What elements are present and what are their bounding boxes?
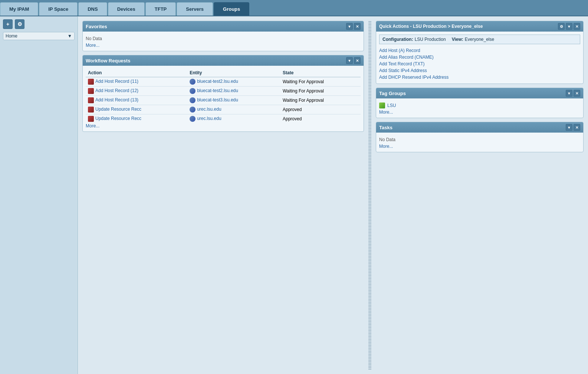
- qa-action-item: Add Static IPv4 Address: [379, 67, 580, 74]
- tag-groups-title: Tag Groups: [379, 91, 406, 96]
- workflow-action-link[interactable]: Add Host Record (13): [95, 97, 138, 103]
- action-icon: [88, 88, 94, 94]
- workflow-entity-link[interactable]: urec.lsu.edu: [197, 116, 221, 121]
- qa-action-link-3[interactable]: Add Static IPv4 Address: [379, 68, 427, 73]
- tag-group-item: LSU: [379, 101, 580, 110]
- workflow-row: Update Resource Reccurec.lsu.eduApproved: [86, 105, 361, 114]
- workflow-entity-link[interactable]: bluecat-test3.lsu.edu: [197, 97, 238, 103]
- tag-groups-list: LSU: [379, 101, 580, 110]
- main-layout: + ⚙ Home ▼ Favorites ▼ ✕ No Data: [0, 16, 588, 374]
- action-icon: [88, 79, 94, 85]
- add-widget-button[interactable]: +: [3, 19, 13, 29]
- workflow-collapse-button[interactable]: ▼: [346, 57, 353, 64]
- workflow-action-link[interactable]: Update Resource Recc: [95, 107, 141, 112]
- tasks-collapse-button[interactable]: ▼: [566, 124, 572, 131]
- workflow-entity-link[interactable]: bluecat-test2.lsu.edu: [197, 79, 238, 84]
- workflow-action-link[interactable]: Add Host Record (11): [95, 79, 138, 84]
- qa-config-label: Configuration:: [382, 37, 413, 42]
- workflow-title: Workflow Requests: [86, 58, 130, 64]
- tag-groups-header: Tag Groups ▼ ✕: [376, 88, 583, 98]
- home-dropdown[interactable]: Home ▼: [3, 32, 75, 40]
- workflow-state-cell: Waiting For Approval: [280, 87, 361, 96]
- tab-devices[interactable]: Devices: [108, 2, 145, 16]
- qa-action-link-0[interactable]: Add Host (A) Record: [379, 48, 420, 53]
- workflow-action-cell: Add Host Record (12): [86, 87, 187, 96]
- tasks-title: Tasks: [379, 125, 392, 130]
- qa-action-item: Add Alias Record (CNAME): [379, 54, 580, 61]
- tag-group-label[interactable]: LSU: [387, 103, 396, 108]
- workflow-action-cell: Update Resource Recc: [86, 114, 187, 124]
- workflow-entity-link[interactable]: bluecat-test2.lsu.edu: [197, 88, 238, 93]
- favorites-close-button[interactable]: ✕: [354, 23, 361, 30]
- workflow-action-cell: Add Host Record (11): [86, 77, 187, 87]
- col-entity: Entity: [187, 69, 280, 77]
- tab-my-ipam[interactable]: My IPAM: [0, 2, 38, 16]
- quick-actions-collapse-button[interactable]: ▼: [566, 23, 572, 30]
- tag-groups-more-link[interactable]: More...: [379, 110, 393, 115]
- workflow-entity-cell: bluecat-test2.lsu.edu: [187, 77, 280, 87]
- workflow-close-button[interactable]: ✕: [354, 57, 361, 64]
- qa-view-label: View:: [452, 37, 463, 42]
- quick-actions-header: Quick Actions - LSU Production > Everyon…: [376, 21, 583, 32]
- action-icon: [88, 107, 94, 113]
- workflow-controls: ▼ ✕: [346, 57, 361, 64]
- favorites-panel-header: Favorites ▼ ✕: [83, 21, 364, 32]
- workflow-entity-cell: urec.lsu.edu: [187, 105, 280, 114]
- tag-groups-close-button[interactable]: ✕: [574, 90, 580, 97]
- favorites-panel: Favorites ▼ ✕ No Data More...: [82, 21, 364, 51]
- entity-icon: [190, 107, 196, 113]
- quick-actions-title: Quick Actions - LSU Production > Everyon…: [379, 24, 483, 29]
- tab-dns[interactable]: DNS: [78, 2, 107, 16]
- qa-action-item: Add DHCP Reserved IPv4 Address: [379, 74, 580, 81]
- tab-tftp[interactable]: TFTP: [145, 2, 176, 16]
- workflow-state-cell: Approved: [280, 114, 361, 124]
- favorites-no-data: No Data: [86, 35, 361, 43]
- qa-action-item: Add Text Record (TXT): [379, 61, 580, 67]
- workflow-state-cell: Approved: [280, 105, 361, 114]
- workflow-entity-cell: urec.lsu.edu: [187, 114, 280, 124]
- settings-button[interactable]: ⚙: [15, 19, 24, 29]
- tag-icon: [379, 103, 385, 108]
- chevron-down-icon: ▼: [68, 33, 72, 39]
- qa-action-link-1[interactable]: Add Alias Record (CNAME): [379, 55, 434, 60]
- quick-actions-controls: ⚙ ▼ ✕: [558, 23, 580, 30]
- tab-servers[interactable]: Servers: [177, 2, 213, 16]
- panel-resizer[interactable]: [368, 21, 371, 370]
- tag-groups-collapse-button[interactable]: ▼: [566, 90, 572, 97]
- tab-groups[interactable]: Groups: [214, 2, 249, 16]
- tab-ip-space[interactable]: IP Space: [39, 2, 78, 16]
- workflow-table: Action Entity State Add Host Record (11)…: [86, 69, 361, 123]
- qa-action-link-2[interactable]: Add Text Record (TXT): [379, 61, 424, 66]
- workflow-entity-cell: bluecat-test3.lsu.edu: [187, 96, 280, 105]
- left-panels: Favorites ▼ ✕ No Data More... Workflow R…: [82, 21, 364, 370]
- tasks-body: No Data More...: [376, 133, 583, 152]
- favorites-collapse-button[interactable]: ▼: [346, 23, 353, 30]
- workflow-action-cell: Update Resource Recc: [86, 105, 187, 114]
- workflow-action-link[interactable]: Add Host Record (12): [95, 88, 138, 93]
- col-state: State: [280, 69, 361, 77]
- quick-actions-panel: Quick Actions - LSU Production > Everyon…: [376, 21, 584, 84]
- quick-actions-settings-button[interactable]: ⚙: [558, 23, 565, 30]
- workflow-entity-cell: bluecat-test2.lsu.edu: [187, 87, 280, 96]
- tasks-close-button[interactable]: ✕: [574, 124, 580, 131]
- workflow-row: Update Resource Reccurec.lsu.eduApproved: [86, 114, 361, 124]
- entity-icon: [190, 88, 196, 94]
- tasks-more-link[interactable]: More...: [379, 144, 393, 149]
- workflow-panel-header: Workflow Requests ▼ ✕: [83, 55, 364, 66]
- qa-action-link-4[interactable]: Add DHCP Reserved IPv4 Address: [379, 75, 449, 80]
- workflow-action-link[interactable]: Update Resource Recc: [95, 116, 141, 121]
- sidebar-toolbar: + ⚙: [3, 19, 75, 29]
- tag-groups-panel: Tag Groups ▼ ✕ LSU More...: [376, 88, 584, 118]
- workflow-more-link[interactable]: More...: [86, 123, 99, 129]
- qa-config-row: Configuration: LSU Production View: Ever…: [379, 35, 580, 44]
- favorites-body: No Data More...: [83, 32, 364, 51]
- workflow-row: Add Host Record (13)bluecat-test3.lsu.ed…: [86, 96, 361, 105]
- quick-actions-close-button[interactable]: ✕: [574, 23, 580, 30]
- entity-icon: [190, 79, 196, 85]
- qa-view-value: Everyone_else: [465, 37, 494, 42]
- sidebar: + ⚙ Home ▼: [0, 16, 78, 374]
- favorites-more-link[interactable]: More...: [86, 43, 99, 48]
- tasks-panel-header: Tasks ▼ ✕: [376, 122, 583, 133]
- qa-action-item: Add Host (A) Record: [379, 47, 580, 54]
- workflow-entity-link[interactable]: urec.lsu.edu: [197, 107, 221, 112]
